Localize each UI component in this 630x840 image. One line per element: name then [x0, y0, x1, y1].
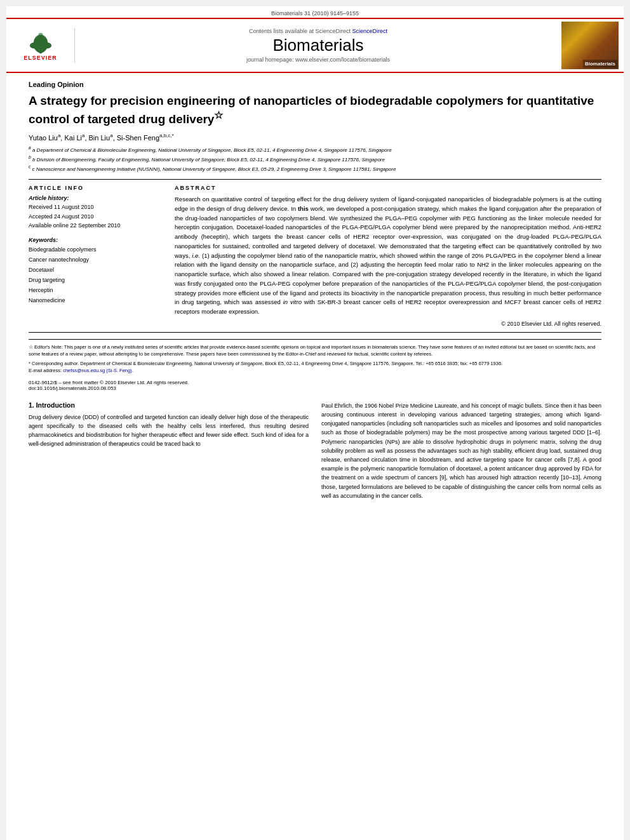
- elsevier-brand-text: ELSEVIER: [23, 55, 57, 61]
- sciencedirect-line: Contents lists available at ScienceDirec…: [81, 28, 555, 34]
- biomaterials-journal-logo: Biomaterials: [561, 22, 619, 69]
- email-line: E-mail address: chefss@nus.edu.sg (Si-S.…: [29, 367, 601, 374]
- abstract-col: ABSTRACT Research on quantitative contro…: [175, 185, 601, 326]
- affiliation-c: c c Nanoscience and Nanoengineering Init…: [29, 164, 601, 173]
- star-note-text: ☆ Editor's Note: This paper is one of a …: [29, 343, 601, 358]
- keyword-2: Cancer nanotechnology: [29, 255, 162, 265]
- intro-right-text: Paul Ehrlich, the 1906 Nobel Prize Medic…: [321, 401, 601, 500]
- elsevier-logo-area: ELSEVIER: [11, 28, 75, 63]
- email-address: chefss@nus.edu.sg (Si-S. Feng).: [63, 368, 133, 373]
- accepted-date: Accepted 24 August 2010: [29, 212, 162, 221]
- divider-after-abstract: [29, 332, 601, 333]
- article-title: A strategy for precision engineering of …: [29, 93, 601, 128]
- sciencedirect-link[interactable]: ScienceDirect: [352, 28, 388, 34]
- intro-left-text: Drug delivery device (DDD) of controlled…: [29, 413, 309, 449]
- affiliation-b: b b Division of Bioengineering, Faculty …: [29, 154, 601, 164]
- journal-title-main: Biomaterials: [81, 36, 555, 55]
- keyword-3: Docetaxel: [29, 265, 162, 275]
- footer-notes: ☆ Editor's Note: This paper is one of a …: [29, 339, 601, 375]
- copyright-line: © 2010 Elsevier Ltd. All rights reserved…: [175, 321, 601, 327]
- article-history-section: Article history: Received 11 August 2010…: [29, 195, 162, 230]
- intro-left: 1. Introduction Drug delivery device (DD…: [29, 401, 309, 500]
- svg-point-3: [43, 43, 51, 49]
- title-star: ☆: [214, 110, 223, 121]
- keyword-1: Biodegradable copolymers: [29, 244, 162, 255]
- article-info-abstract-section: ARTICLE INFO Article history: Received 1…: [29, 185, 601, 326]
- keyword-6: Nanomedicine: [29, 295, 162, 305]
- article-content: Leading Opinion A strategy for precision…: [6, 73, 624, 513]
- elsevier-tree-icon: [25, 30, 57, 55]
- divider-after-affiliations: [29, 179, 601, 180]
- article-type-label: Leading Opinion: [29, 81, 601, 88]
- authors-line: Yutao Liua, Kai Lia, Bin Liua, Si-Shen F…: [29, 133, 601, 142]
- elsevier-logo: ELSEVIER: [15, 28, 66, 63]
- abstract-text: Research on quantitative control of targ…: [175, 195, 601, 316]
- homepage-line: journal homepage: www.elsevier.com/locat…: [81, 57, 555, 63]
- keyword-4: Drug targeting: [29, 275, 162, 285]
- svg-point-2: [29, 43, 37, 49]
- journal-ref-text: Biomaterials 31 (2010) 9145–9155: [271, 10, 359, 17]
- introduction-section: 1. Introduction Drug delivery device (DD…: [29, 401, 601, 500]
- article-info-col: ARTICLE INFO Article history: Received 1…: [29, 185, 162, 326]
- footer-ids: 0142-9612/$ – see front matter © 2010 El…: [29, 380, 601, 391]
- journal-header-box: ELSEVIER Contents lists available at Sci…: [6, 18, 624, 73]
- doi-line: doi:10.1016/j.biomaterials.2010.08.053: [29, 385, 601, 391]
- journal-title-area: Contents lists available at ScienceDirec…: [75, 28, 561, 63]
- keyword-5: Herceptin: [29, 285, 162, 295]
- affiliation-a: a a Department of Chemical & Biomolecula…: [29, 145, 601, 154]
- issn-line: 0142-9612/$ – see front matter © 2010 El…: [29, 380, 601, 385]
- article-page: Biomaterials 31 (2010) 9145–9155 ELSEVIE…: [6, 6, 624, 840]
- received-date: Received 11 August 2010: [29, 203, 162, 211]
- keywords-label: Keywords:: [29, 237, 162, 243]
- corresponding-note-text: * Corresponding author. Department of Ch…: [29, 360, 601, 367]
- svg-point-4: [38, 32, 43, 37]
- abstract-label: ABSTRACT: [175, 185, 601, 191]
- journal-reference-line: Biomaterials 31 (2010) 9145–9155: [6, 6, 624, 18]
- biomaterials-logo-text: Biomaterials: [583, 60, 617, 68]
- article-history-label: Article history:: [29, 195, 162, 201]
- available-date: Available online 22 September 2010: [29, 221, 162, 230]
- intro-heading: 1. Introduction: [29, 401, 309, 409]
- keywords-section: Keywords: Biodegradable copolymers Cance…: [29, 237, 162, 306]
- affiliations-block: a a Department of Chemical & Biomolecula…: [29, 145, 601, 173]
- keywords-list: Biodegradable copolymers Cancer nanotech…: [29, 244, 162, 306]
- article-info-label: ARTICLE INFO: [29, 185, 162, 191]
- intro-right: Paul Ehrlich, the 1906 Nobel Prize Medic…: [321, 401, 601, 500]
